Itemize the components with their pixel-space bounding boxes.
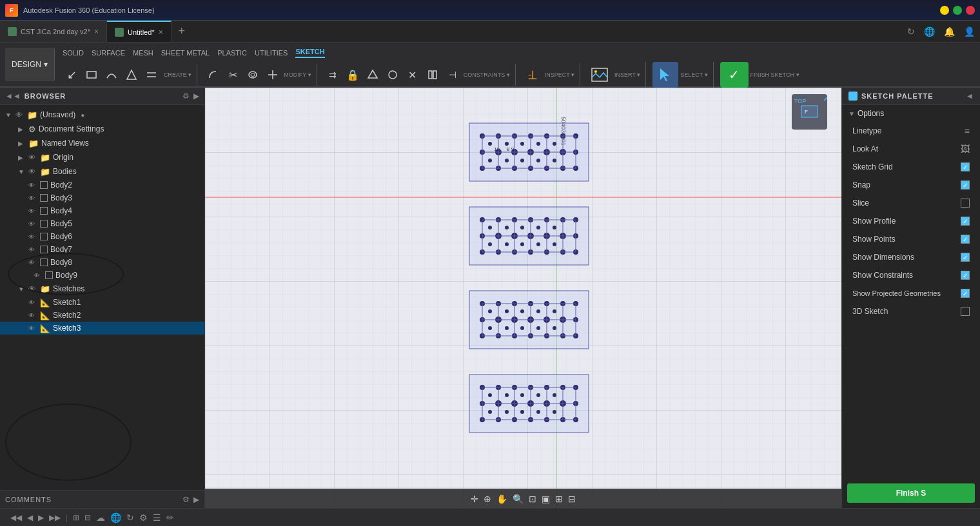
finish-sketch-toolbar[interactable]: ✓ [720,62,749,88]
tab-sheet-metal[interactable]: SHEET METAL [161,49,210,57]
constraint-tool2[interactable]: ⊣ [444,64,462,86]
tree-item-unsaved[interactable]: ▼ 👁 📁 (Unsaved) ● [0,108,204,122]
line-tool[interactable]: ↙ [63,64,81,86]
options-section-title[interactable]: ▼ Options [842,105,980,122]
offset-tool[interactable] [244,64,262,86]
layout-icon-2[interactable]: ⊟ [84,513,91,522]
tree-item-body7[interactable]: 👁 Body7 [0,243,204,256]
tab-close-icon[interactable]: × [94,27,99,36]
grid-icon[interactable]: ⊞ [555,494,563,504]
eye-icon-body2[interactable]: 👁 [28,182,37,189]
finish-sketch-button[interactable]: Finish S [847,483,975,503]
look-at-icon[interactable]: 🖼 [961,144,970,154]
tree-item-body8[interactable]: 👁 Body8 [0,256,204,269]
play-prev-icon[interactable]: ◀◀ [10,513,22,522]
lock-tool[interactable]: 🔒 [344,64,362,86]
nav-cube[interactable]: TOP F [792,94,827,130]
bracket-tool[interactable] [424,64,442,86]
network-icon[interactable]: 🌐 [924,26,935,37]
triangle-tool[interactable] [122,64,141,86]
play-icon[interactable]: ◀ [27,513,33,522]
comments-expand-icon[interactable]: ▶ [193,495,199,504]
coincident-tool[interactable]: ⇉ [324,64,342,86]
close-button[interactable] [966,6,975,15]
measure-tool[interactable] [522,63,543,86]
tree-item-body3[interactable]: 👁 Body3 [0,191,204,204]
show-dimensions-checkbox[interactable]: ✓ [961,253,970,262]
refresh-icon[interactable]: ↻ [907,26,915,37]
browser-expand-icon[interactable]: ▶ [193,92,199,101]
rectangle-tool[interactable] [83,64,101,86]
tree-item-sketch3[interactable]: 👁 📐 Sketch3 [0,322,204,335]
eye-icon[interactable]: 👁 [15,111,24,119]
tab-close-icon-2[interactable]: × [159,28,163,37]
eye-icon-body7[interactable]: 👁 [28,246,37,253]
tree-item-body4[interactable]: 👁 Body4 [0,204,204,217]
select-tool[interactable] [652,62,678,88]
view-icon[interactable]: ⊟ [568,494,576,504]
slice-checkbox[interactable] [961,199,970,208]
display-mode-icon[interactable]: ▣ [542,494,550,504]
tab-plastic[interactable]: PLASTIC [217,49,247,57]
tree-item-body2[interactable]: 👁 Body2 [0,179,204,191]
show-projected-checkbox[interactable]: ✓ [961,289,970,298]
user-icon[interactable]: 👤 [964,26,975,37]
tab-solid[interactable]: SOLID [63,49,84,57]
linetype-icon[interactable]: ≡ [965,126,970,136]
tab-sketch[interactable]: SKETCH [295,48,324,58]
tab-untitled[interactable]: Untitled* × [107,21,172,42]
cross-tool[interactable]: ✕ [404,64,422,86]
3d-sketch-checkbox[interactable] [961,307,970,316]
list-icon[interactable]: ☰ [153,512,161,523]
rotate-icon[interactable]: ↻ [126,512,134,523]
insert-image-tool[interactable] [587,62,612,88]
minimize-button[interactable] [940,6,949,15]
eye-icon-sketch1[interactable]: 👁 [28,299,37,306]
eye-icon-body4[interactable]: 👁 [28,208,37,215]
add-tab-button[interactable]: + [172,21,192,42]
hand-icon[interactable]: ✋ [496,494,507,504]
tab-cst[interactable]: CST JiCa 2nd day v2* × [0,21,107,42]
maximize-button[interactable] [953,6,962,15]
settings-bottom-icon[interactable]: ⚙ [139,512,148,523]
eye-icon-sketch3[interactable]: 👁 [28,325,37,332]
arc-tool[interactable] [103,64,121,86]
browser-settings-icon[interactable]: ⚙ [182,92,190,101]
layout-icon-1[interactable]: ⊞ [73,513,79,522]
eye-icon-body6[interactable]: 👁 [28,233,37,240]
eye-icon-body5[interactable]: 👁 [28,220,37,228]
eye-icon-body3[interactable]: 👁 [28,195,37,202]
sketch-grid-checkbox[interactable]: ✓ [961,162,970,171]
move-icon[interactable]: ✛ [471,494,478,504]
eye-icon-body9[interactable]: 👁 [34,272,43,279]
pan-icon[interactable]: ⊕ [484,494,491,504]
pencil-icon[interactable]: ✏ [166,512,174,523]
tab-surface[interactable]: SURFACE [92,49,125,57]
globe-icon[interactable]: 🌐 [110,512,121,523]
tangent-tool[interactable] [364,64,382,86]
tree-item-bodies[interactable]: ▼ 👁 📁 Bodies [0,164,204,179]
tree-item-body6[interactable]: 👁 Body6 [0,230,204,243]
eye-icon-body8[interactable]: 👁 [28,259,37,266]
zoom-icon[interactable]: 🔍 [513,494,524,504]
collapse-icon[interactable]: ◄◄ [5,92,21,101]
fit-icon[interactable]: ⊡ [529,494,536,504]
tree-item-sketches[interactable]: ▼ 👁 📁 Sketches [0,282,204,296]
palette-collapse-icon[interactable]: ◄ [966,92,974,101]
tree-item-body9[interactable]: 👁 Body9 [0,269,204,282]
bell-icon[interactable]: 🔔 [944,26,955,37]
eye-icon-sketch2[interactable]: 👁 [28,312,37,319]
tree-item-sketch2[interactable]: 👁 📐 Sketch2 [0,309,204,322]
design-dropdown[interactable]: DESIGN ▾ [5,48,55,81]
comments-settings-icon[interactable]: ⚙ [182,495,190,504]
parallel-tool[interactable] [142,64,161,86]
show-constraints-checkbox[interactable]: ✓ [961,271,970,280]
show-points-checkbox[interactable]: ✓ [961,235,970,244]
circle-constraint[interactable] [384,64,402,86]
eye-icon-sketches[interactable]: 👁 [28,285,37,293]
play-next-icon[interactable]: ▶ [38,513,44,522]
tree-item-doc-settings[interactable]: ▶ ⚙ Document Settings [0,122,204,136]
trim-tool[interactable]: ✂ [224,64,242,86]
eye-icon-bodies[interactable]: 👁 [28,168,37,175]
eye-icon-origin[interactable]: 👁 [28,153,37,161]
